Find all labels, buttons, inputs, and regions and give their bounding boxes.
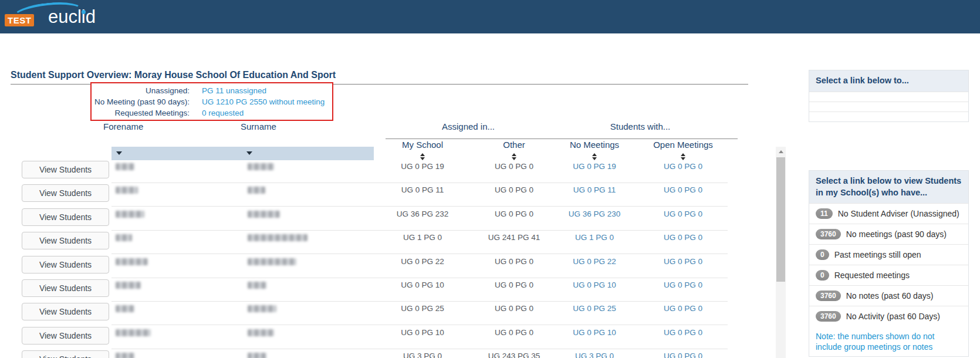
summary-label: No Meeting (past 90 days): <box>92 97 190 106</box>
count-badge: 3760 <box>816 311 841 322</box>
table-row: View Students UG 1 PG 0 UG 241 PG 41 UG … <box>0 231 728 254</box>
sidebar-links-panel: Select a link below to... <box>809 70 969 122</box>
cell-other: UG 0 PG 0 <box>473 304 555 313</box>
cell-other: UG 0 PG 0 <box>473 328 555 337</box>
table-scrollbar[interactable] <box>776 147 786 358</box>
forename-redacted <box>116 329 151 336</box>
surname-redacted <box>248 258 296 265</box>
count-badge: 0 <box>816 249 829 260</box>
forename-redacted <box>116 353 134 358</box>
stat-label: Past meetings still open <box>834 250 921 259</box>
cell-no-meetings-link[interactable]: UG 1 PG 0 <box>553 233 636 242</box>
forename-redacted <box>116 305 134 312</box>
cell-open-meetings-link[interactable]: UG 0 PG 0 <box>642 352 724 358</box>
cell-my-school: UG 1 PG 0 <box>381 233 464 242</box>
summary-row: Unassigned: PG 11 unassigned <box>92 85 332 96</box>
cell-no-meetings-link[interactable]: UG 0 PG 22 <box>553 257 636 266</box>
table-row: View Students UG 0 PG 19 UG 0 PG 0 UG 0 … <box>0 160 728 183</box>
stat-label: No notes (past 60 days) <box>846 291 934 300</box>
summary-link[interactable]: UG 1210 PG 2550 without meeting <box>202 97 325 106</box>
cell-no-meetings-link[interactable]: UG 0 PG 10 <box>553 281 636 289</box>
summary-rows: Unassigned: PG 11 unassigned No Meeting … <box>92 85 332 119</box>
surname-redacted <box>248 282 266 289</box>
cell-other: UG 0 PG 0 <box>473 210 555 218</box>
count-badge: 3760 <box>816 229 841 239</box>
table-row: View Students UG 0 PG 10 UG 0 PG 0 UG 0 … <box>0 278 728 302</box>
cell-my-school: UG 0 PG 25 <box>381 304 464 313</box>
stat-label: No meetings (past 90 days) <box>846 229 947 239</box>
sidebar-link-item[interactable] <box>809 112 968 121</box>
sidebar-stats-panel: Select a link below to view Students in … <box>809 170 969 357</box>
sidebar-stat-item[interactable]: 3760 No notes (past 60 days) <box>809 285 968 306</box>
count-badge: 3760 <box>816 291 841 301</box>
sidebar-link-item[interactable] <box>809 102 968 112</box>
surname-redacted <box>248 234 307 241</box>
summary-link[interactable]: PG 11 unassigned <box>202 86 266 95</box>
student-support-overview-page: TEST euclid Student Support Overview: Mo… <box>0 0 980 358</box>
cell-my-school: UG 3 PG 0 <box>381 352 464 358</box>
sidebar-stat-item[interactable]: 0 Requested meetings <box>809 265 968 285</box>
scrollbar-up-arrow-icon[interactable] <box>776 147 786 156</box>
cell-no-meetings-link[interactable]: UG 0 PG 25 <box>553 304 636 313</box>
cell-no-meetings-link[interactable]: UG 0 PG 19 <box>553 162 636 171</box>
cell-open-meetings-link[interactable]: UG 0 PG 0 <box>642 233 724 242</box>
cell-open-meetings-link[interactable]: UG 0 PG 0 <box>642 257 724 266</box>
stat-label: No Activity (past 60 Days) <box>846 312 940 321</box>
cell-my-school: UG 0 PG 19 <box>381 162 464 171</box>
sidebar-links-header: Select a link below to... <box>809 70 968 92</box>
view-students-button[interactable]: View Students <box>22 161 109 178</box>
summary-label: Requested Meetings: <box>92 109 190 117</box>
view-students-button[interactable]: View Students <box>22 327 109 345</box>
sidebar-stat-item[interactable]: 0 Past meetings still open <box>809 244 968 265</box>
view-students-button[interactable]: View Students <box>22 256 109 273</box>
cell-no-meetings-link[interactable]: UG 0 PG 10 <box>553 328 636 337</box>
table-row: View Students UG 36 PG 232 UG 0 PG 0 UG … <box>0 207 728 231</box>
cell-open-meetings-link[interactable]: UG 0 PG 0 <box>642 304 724 313</box>
surname-redacted <box>248 329 274 336</box>
cell-no-meetings-link[interactable]: UG 3 PG 0 <box>553 352 636 358</box>
cell-open-meetings-link[interactable]: UG 0 PG 0 <box>642 281 724 289</box>
sidebar-stat-item[interactable]: 3760 No meetings (past 90 days) <box>809 224 968 244</box>
view-students-button[interactable]: View Students <box>22 232 109 249</box>
forename-redacted <box>116 211 144 218</box>
cell-other: UG 0 PG 0 <box>473 185 555 194</box>
cell-other: UG 243 PG 35 <box>473 352 555 358</box>
summary-label: Unassigned: <box>92 86 190 95</box>
school-summary-box: Unassigned: PG 11 unassigned No Meeting … <box>90 82 333 121</box>
stat-label: No Student Adviser (Unassigned) <box>838 209 959 218</box>
cell-other: UG 0 PG 0 <box>473 257 555 266</box>
scrollbar-thumb[interactable] <box>776 157 785 282</box>
surname-redacted <box>248 353 266 358</box>
table-row: View Students UG 0 PG 11 UG 0 PG 0 UG 0 … <box>0 183 728 207</box>
view-students-button[interactable]: View Students <box>22 303 109 320</box>
count-badge: 11 <box>816 208 833 219</box>
cell-my-school: UG 0 PG 10 <box>381 328 464 337</box>
cell-open-meetings-link[interactable]: UG 0 PG 0 <box>642 210 724 218</box>
summary-row: No Meeting (past 90 days): UG 1210 PG 25… <box>92 96 332 107</box>
summary-row: Requested Meetings: 0 requested <box>92 107 332 119</box>
sidebar-stats-list: 11 No Student Adviser (Unassigned) 3760 … <box>809 203 968 326</box>
cell-open-meetings-link[interactable]: UG 0 PG 0 <box>642 162 724 171</box>
surname-redacted <box>248 187 265 194</box>
cell-my-school: UG 0 PG 22 <box>381 257 464 266</box>
sidebar-stat-item[interactable]: 11 No Student Adviser (Unassigned) <box>809 203 968 224</box>
cell-open-meetings-link[interactable]: UG 0 PG 0 <box>642 328 724 337</box>
forename-redacted <box>116 187 138 194</box>
cell-no-meetings-link[interactable]: UG 0 PG 11 <box>553 185 636 194</box>
view-students-button[interactable]: View Students <box>22 350 109 358</box>
cell-my-school: UG 0 PG 11 <box>381 185 464 194</box>
sidebar-stat-item[interactable]: 3760 No Activity (past 60 Days) <box>809 306 968 326</box>
view-students-button[interactable]: View Students <box>22 279 109 297</box>
cell-other: UG 0 PG 0 <box>473 162 555 171</box>
summary-link[interactable]: 0 requested <box>202 109 244 117</box>
view-students-button[interactable]: View Students <box>22 208 109 226</box>
forename-redacted <box>116 258 148 265</box>
table-row: View Students UG 0 PG 10 UG 0 PG 0 UG 0 … <box>0 326 728 349</box>
cell-no-meetings-link[interactable]: UG 36 PG 230 <box>553 210 636 218</box>
cell-open-meetings-link[interactable]: UG 0 PG 0 <box>642 185 724 194</box>
sidebar-note: Note: the numbers shown do not include g… <box>809 326 968 356</box>
surname-redacted <box>248 305 276 312</box>
sidebar-link-item[interactable] <box>809 92 968 102</box>
view-students-button[interactable]: View Students <box>22 184 109 202</box>
cell-other: UG 241 PG 41 <box>473 233 555 242</box>
